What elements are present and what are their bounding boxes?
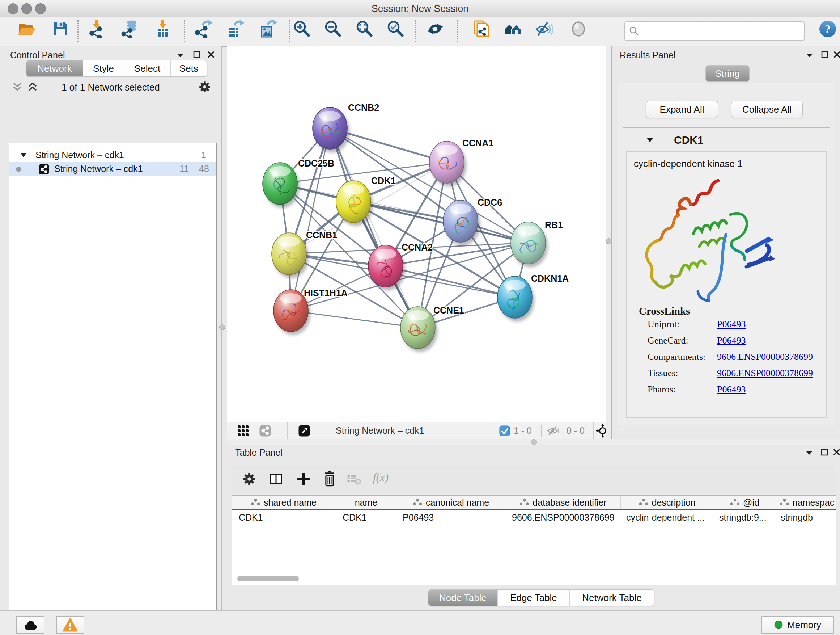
table-panel-menu-icon[interactable]: [805, 450, 813, 455]
results-panel-float-icon[interactable]: [821, 51, 829, 59]
network-node-CDK1[interactable]: CDK1: [336, 176, 396, 226]
table-cell[interactable]: CDK1: [232, 512, 336, 523]
table-toolbar: f(x): [232, 465, 836, 493]
tab-network-table[interactable]: Network Table: [569, 590, 654, 606]
import-network-database-icon[interactable]: [120, 19, 139, 38]
network-overview-icon[interactable]: [259, 424, 271, 437]
network-node-HIST1H1A[interactable]: HIST1H1A: [273, 288, 347, 335]
expand-all-button[interactable]: Expand All: [646, 101, 718, 118]
column-header-canonical-name[interactable]: canonical name: [396, 496, 506, 509]
export-network-icon[interactable]: [194, 19, 213, 38]
column-header-name[interactable]: name: [336, 496, 396, 509]
tab-node-table[interactable]: Node Table: [428, 590, 497, 606]
network-node-CCNB2[interactable]: CCNB2: [313, 103, 379, 152]
show-graphics-details-icon[interactable]: [569, 19, 588, 38]
show-columns-icon[interactable]: [268, 471, 284, 487]
zoom-fit-icon[interactable]: [355, 19, 374, 38]
table-cell[interactable]: stringdb: [774, 512, 836, 523]
save-session-icon[interactable]: [51, 19, 70, 38]
network-row-selected[interactable]: String Network – cdk1 11 48: [9, 162, 216, 176]
tab-sets[interactable]: Sets: [171, 60, 207, 76]
splitter-handle[interactable]: [606, 238, 612, 244]
create-column-icon[interactable]: [295, 471, 311, 487]
table-cell[interactable]: P06493: [396, 512, 505, 523]
crosslinks-title: CrossLinks: [639, 305, 690, 317]
function-builder-icon[interactable]: f(x): [373, 471, 388, 484]
cloud-status-button[interactable]: [16, 616, 44, 634]
delete-column-icon[interactable]: [322, 470, 338, 488]
network-collection-row[interactable]: String Network – cdk1 1: [9, 149, 216, 162]
delete-table-icon[interactable]: [347, 473, 362, 486]
table-cell[interactable]: 9606.ENSP00000378699: [505, 512, 619, 523]
network-node-CDC25B[interactable]: CDC25B: [263, 158, 334, 208]
column-header-namespac[interactable]: namespac: [775, 496, 836, 509]
birds-eye-view-icon[interactable]: [237, 425, 249, 437]
splitter-handle[interactable]: [219, 325, 225, 330]
table-options-gear-icon[interactable]: [241, 471, 257, 487]
string-network-graph[interactable]: CCNB2CCNA1CDC25BCDK1CDC6RB1CCNB1CCNA2CDK…: [227, 46, 606, 422]
help-icon[interactable]: ?: [818, 19, 837, 38]
network-options-gear-icon[interactable]: [197, 80, 212, 94]
control-panel-menu-icon[interactable]: [176, 53, 184, 58]
column-header-database-identifier[interactable]: database identifier: [506, 496, 621, 509]
collection-expander-icon[interactable]: [20, 153, 27, 157]
results-panel-menu-icon[interactable]: [806, 53, 813, 58]
open-file-icon[interactable]: [17, 19, 36, 38]
network-node-CCNB1[interactable]: CCNB1: [272, 230, 337, 278]
control-panel-close-icon[interactable]: [207, 51, 215, 59]
table-row[interactable]: CDK1CDK1P064939606.ENSP00000378699cyclin…: [232, 510, 836, 524]
tab-edge-table[interactable]: Edge Table: [497, 590, 569, 606]
entry-name[interactable]: CDK1: [674, 134, 704, 146]
collapse-all-button[interactable]: Collapse All: [731, 101, 803, 118]
tab-string[interactable]: String: [706, 65, 749, 81]
network-node-CDC6[interactable]: CDC6: [443, 197, 502, 245]
column-header-label: namespac: [793, 497, 834, 508]
crosslink-value-link[interactable]: 9606.ENSP00000378699: [717, 352, 813, 363]
horizontal-scrollbar-thumb[interactable]: [237, 576, 299, 581]
selected-items-checkbox-icon[interactable]: [499, 425, 510, 436]
crosslink-label: Tissues:: [647, 368, 678, 378]
zoom-selected-icon[interactable]: [386, 19, 405, 38]
crosslink-value-link[interactable]: P06493: [717, 384, 745, 395]
network-node-RB1[interactable]: RB1: [511, 220, 563, 267]
import-network-file-icon[interactable]: [88, 19, 106, 38]
memory-button[interactable]: Memory: [761, 616, 834, 634]
tab-style[interactable]: Style: [83, 60, 124, 76]
column-header-description[interactable]: description: [621, 496, 714, 509]
table-cell[interactable]: stringdb:9...: [712, 512, 774, 523]
tab-network[interactable]: Network: [27, 60, 83, 76]
table-cell[interactable]: cyclin-dependent ...: [619, 512, 712, 523]
crosslink-value-link[interactable]: 9606.ENSP00000378699: [717, 368, 813, 379]
export-table-icon[interactable]: [226, 19, 245, 38]
entry-expander-icon[interactable]: [646, 138, 653, 143]
network-node-CCNA1[interactable]: CCNA1: [429, 138, 493, 187]
tab-select[interactable]: Select: [124, 60, 171, 76]
control-panel-float-icon[interactable]: [193, 51, 201, 59]
crosslink-value-link[interactable]: P06493: [717, 319, 745, 330]
zoom-in-icon[interactable]: [293, 19, 311, 38]
table-cell[interactable]: CDK1: [336, 512, 396, 523]
column-header-shared-name[interactable]: shared name: [232, 496, 336, 509]
table-panel-close-icon[interactable]: [833, 448, 840, 456]
network-edge[interactable]: [291, 128, 330, 310]
search-input[interactable]: [643, 24, 800, 38]
table-panel-float-icon[interactable]: [821, 448, 829, 456]
export-image-icon[interactable]: [258, 19, 277, 38]
import-table-icon[interactable]: [153, 19, 172, 38]
warning-status-button[interactable]: [56, 616, 84, 634]
column-header-@id[interactable]: @id: [714, 496, 775, 509]
splitter-handle[interactable]: [531, 439, 537, 445]
search-field[interactable]: [624, 21, 805, 41]
open-view-icon[interactable]: [298, 424, 310, 437]
annotations-icon[interactable]: [472, 19, 491, 38]
zoom-out-icon[interactable]: [324, 19, 343, 38]
return-home-icon[interactable]: [504, 19, 523, 38]
hide-graphics-details-icon[interactable]: [535, 19, 554, 38]
network-canvas[interactable]: CCNB2CCNA1CDC25BCDK1CDC6RB1CCNB1CCNA2CDK…: [227, 46, 606, 422]
results-panel-close-icon[interactable]: [833, 51, 840, 59]
refresh-layout-icon[interactable]: [426, 19, 445, 38]
network-node-CCNA2[interactable]: CCNA2: [368, 242, 433, 290]
crosslink-value-link[interactable]: P06493: [717, 335, 745, 346]
network-node-CDKN1A[interactable]: CDKN1A: [497, 273, 569, 321]
network-node-CCNE1[interactable]: CCNE1: [401, 305, 464, 352]
